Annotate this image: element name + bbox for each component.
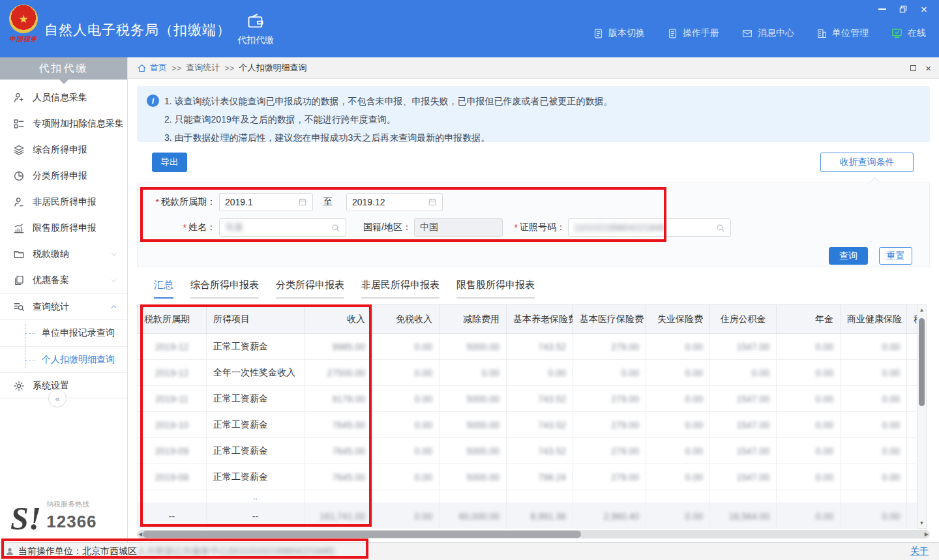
scroll-up-icon[interactable]: ▲ <box>917 307 926 313</box>
table-cell <box>907 412 917 438</box>
sidebar-item-query-statistics[interactable]: 查询统计 <box>0 293 127 319</box>
close-button[interactable]: × <box>917 3 931 16</box>
tab-nonresident-income[interactable]: 非居民所得申报表 <box>361 279 440 299</box>
table-cell: 1547.00 <box>710 334 777 360</box>
copy-icon <box>13 274 25 286</box>
menu-manual[interactable]: 操作手册 <box>667 27 719 39</box>
tab-comprehensive-income[interactable]: 综合所得申报表 <box>190 279 259 299</box>
vertical-scrollbar[interactable]: ▲ ▼ <box>917 304 927 529</box>
table-cell <box>305 490 372 503</box>
name-input[interactable]: 马某 <box>219 218 346 237</box>
sidebar-item-restricted-shares[interactable]: 限售股所得申报 <box>0 215 127 241</box>
menu-online-status[interactable]: 在线 <box>891 27 926 39</box>
tab-restricted-shares[interactable]: 限售股所得申报表 <box>456 279 535 299</box>
search-icon[interactable] <box>331 223 340 233</box>
sidebar-item-comprehensive-income[interactable]: 综合所得申报 <box>0 137 127 163</box>
restore-icon <box>898 4 908 14</box>
pane-close-icon[interactable]: × <box>925 63 931 74</box>
form-list-icon <box>13 118 25 130</box>
col-header: 年金 <box>777 305 841 334</box>
wallet-icon <box>246 12 265 30</box>
menu-label: 版本切换 <box>608 27 645 39</box>
menu-message-center[interactable]: 消息中心 <box>741 27 794 39</box>
sidebar-item-person-info-collect[interactable]: 人员信息采集 <box>0 85 127 111</box>
pane-maximize-icon[interactable] <box>910 65 916 71</box>
table-row-clipped[interactable]: .. <box>138 490 917 503</box>
bar-chart-icon <box>13 222 25 234</box>
table-cell: 2019-12 <box>138 334 207 360</box>
tab-withholding-module[interactable]: 代扣代缴 <box>227 12 284 46</box>
table-row[interactable]: 2019-12 全年一次性奖金收入 27500.00 0.00 0.00 0.0… <box>138 360 917 386</box>
sidebar-item-preference-filing[interactable]: 优惠备案 <box>0 267 127 293</box>
table-cell <box>907 464 917 490</box>
table-row[interactable]: 2019-11 正常工资薪金 9178.00 0.00 5000.00 743.… <box>138 386 917 412</box>
table-cell: 8,991.36 <box>507 503 573 529</box>
sidebar-menu: 人员信息采集 专项附加扣除信息采集 综合所得申报 分类所得申报 非居民所得申报 … <box>0 85 127 399</box>
reset-button[interactable]: 重置 <box>879 247 912 265</box>
table-cell: 正常工资薪金 <box>207 438 305 464</box>
sidebar-item-special-deduction-collect[interactable]: 专项附加扣除信息采集 <box>0 111 127 137</box>
scroll-left-icon[interactable]: ◀ <box>138 530 142 538</box>
table-cell: 743.52 <box>507 438 573 464</box>
table-cell: 5000.00 <box>440 386 507 412</box>
breadcrumb-home[interactable]: 首页 <box>137 62 167 74</box>
table-cell <box>646 490 710 503</box>
scroll-down-icon[interactable]: ▼ <box>917 520 926 526</box>
sidebar-subitem-unit-declare-records[interactable]: 单位申报记录查询 <box>0 320 127 346</box>
sidebar-item-nonresident-income[interactable]: 非居民所得申报 <box>0 189 127 215</box>
table-cell <box>907 490 917 503</box>
sidebar-item-classified-income[interactable]: 分类所得申报 <box>0 163 127 189</box>
table-cell: 2019-10 <box>138 412 207 438</box>
table-cell: 0.00 <box>710 360 777 386</box>
table-cell: 2019-09 <box>138 438 207 464</box>
col-header: 基本医疗保险费 <box>573 305 646 334</box>
minimize-button[interactable] <box>875 3 889 16</box>
tab-classified-income[interactable]: 分类所得申报表 <box>276 279 344 299</box>
horizontal-scroll-thumb[interactable] <box>143 531 581 538</box>
search-icon[interactable] <box>715 223 725 233</box>
module-tab-label: 代扣代缴 <box>237 35 274 46</box>
table-cell: 0.00 <box>646 334 710 360</box>
menu-version-switch[interactable]: 版本切换 <box>593 27 645 39</box>
person-add-icon <box>13 92 25 104</box>
table-cell: 743.52 <box>507 386 573 412</box>
menu-label: 单位管理 <box>832 27 869 39</box>
col-header: 商业健康保险 <box>841 305 907 334</box>
query-button[interactable]: 查询 <box>829 247 868 265</box>
table-cell: 279.00 <box>573 438 646 464</box>
col-header: 收入 <box>305 305 372 334</box>
result-table: 税款所属期 所得项目 收入 免税收入 减除费用 基本养老保险费 基本医疗保险费 … <box>137 304 917 529</box>
period-from-input[interactable]: 2019.1 <box>219 193 313 211</box>
sidebar-subitem-personal-withholding-detail[interactable]: 个人扣缴明细查询 <box>0 346 127 372</box>
table-cell: 2019-11 <box>138 386 207 412</box>
restore-button[interactable] <box>896 3 910 16</box>
table-cell: 161,741.00 <box>305 503 372 529</box>
to-label: 至 <box>321 193 335 211</box>
table-row[interactable]: 2019-08 正常工资薪金 7645.00 0.00 5000.00 798.… <box>138 464 917 490</box>
breadcrumb-level1[interactable]: 查询统计 <box>186 62 220 74</box>
table-row[interactable]: 2019-10 正常工资薪金 7645.00 0.00 5000.00 743.… <box>138 412 917 438</box>
calendar-icon[interactable] <box>298 198 307 207</box>
id-number-input[interactable]: 110102199804221846 <box>568 218 731 237</box>
menu-unit-management[interactable]: 单位管理 <box>816 27 869 39</box>
table-cell: -- <box>207 503 305 529</box>
horizontal-scrollbar[interactable]: ◀ ▶ <box>137 530 930 538</box>
about-link[interactable]: 关于 <box>910 546 929 557</box>
sidebar-item-tax-payment[interactable]: 税款缴纳 <box>0 241 127 267</box>
person-icon <box>13 196 25 208</box>
scroll-right-icon[interactable]: ▶ <box>925 530 929 538</box>
vertical-scroll-thumb[interactable] <box>919 318 925 406</box>
layers-icon <box>13 144 25 156</box>
sidebar-collapse-button[interactable]: « <box>48 389 67 407</box>
table-row[interactable]: 2019-12 正常工资薪金 9985.00 0.00 5000.00 743.… <box>138 334 917 360</box>
nationality-input[interactable]: 中国 <box>414 218 503 237</box>
tab-summary[interactable]: 汇总 <box>154 279 173 299</box>
table-cell: 7645.00 <box>305 412 372 438</box>
calendar-icon[interactable] <box>428 198 437 207</box>
table-row[interactable]: 2019-09 正常工资薪金 7645.00 0.00 5000.00 743.… <box>138 438 917 464</box>
export-button[interactable]: 导出 <box>152 153 187 172</box>
table-total-row: -- -- 161,741.00 0.00 60,000.00 8,991.36… <box>138 503 917 529</box>
fold-query-conditions-button[interactable]: 收折查询条件 <box>820 153 914 172</box>
hotline-logo: S! 纳税服务热线 12366 <box>10 499 97 532</box>
period-to-input[interactable]: 2019.12 <box>346 193 443 211</box>
